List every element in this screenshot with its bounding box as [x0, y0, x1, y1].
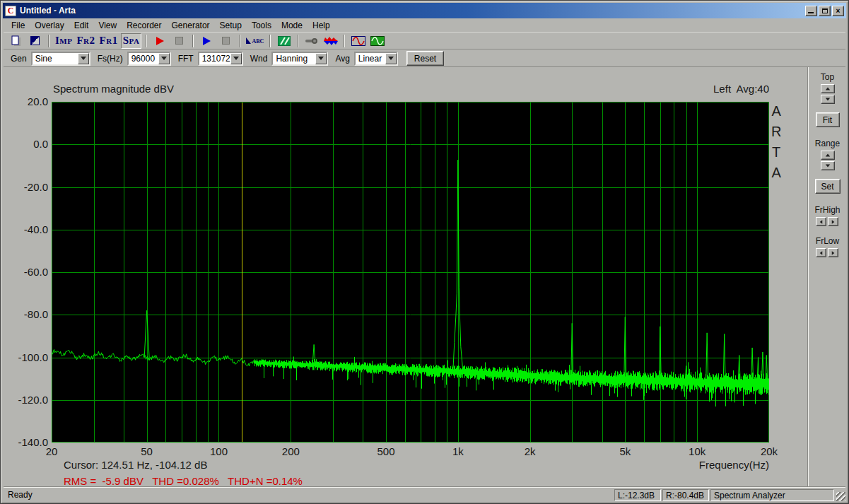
menu-mode[interactable]: Mode	[276, 19, 308, 32]
close-button[interactable]: ×	[832, 6, 844, 16]
fs-combobox[interactable]: 96000	[127, 52, 171, 66]
arta-brand-mark: A R T A	[771, 101, 781, 183]
new-file-icon	[11, 35, 22, 47]
fft-label: FFT	[178, 54, 194, 64]
resize-grip[interactable]	[836, 492, 845, 501]
wnd-dropdown-button[interactable]	[315, 53, 327, 64]
fit-button[interactable]: Fit	[816, 112, 840, 127]
gen-label: Gen	[11, 54, 27, 64]
app-logo-icon: C	[5, 6, 16, 16]
fft-combobox[interactable]: 131072	[198, 52, 243, 66]
chart-title: Spectrum magnitude dBV	[53, 83, 174, 95]
controls-bar: Gen Sine Fs(Hz) 96000 FFT 131072 Wnd Han…	[4, 50, 845, 67]
menu-recorder[interactable]: Recorder	[122, 19, 166, 32]
frequency-axis-label: Frequency(Hz)	[663, 459, 769, 471]
overlay-icon	[30, 36, 40, 45]
side-panel: Top Fit Range Set FrHigh FrLow	[807, 67, 847, 488]
y-tick-label: -60.0	[4, 266, 48, 278]
menu-view[interactable]: View	[93, 19, 122, 32]
spectrum-scaling-button[interactable]	[368, 33, 386, 49]
frlow-left-button[interactable]	[816, 248, 826, 257]
new-file-button[interactable]	[7, 33, 25, 49]
avg-dropdown-button[interactable]	[385, 53, 397, 64]
signal-generator-setup-button[interactable]	[349, 33, 367, 49]
wnd-combobox[interactable]: Hanning	[271, 52, 328, 66]
menu-generator[interactable]: Generator	[167, 19, 215, 32]
wnd-label: Wnd	[250, 54, 268, 64]
frhigh-left-button[interactable]	[816, 217, 826, 226]
spectrum-plot[interactable]	[52, 102, 769, 443]
range-up-button[interactable]	[821, 151, 835, 160]
record-stop-button[interactable]	[170, 33, 188, 49]
reset-button[interactable]: Reset	[406, 51, 444, 66]
frhigh-right-button[interactable]	[828, 217, 838, 226]
avg-combobox[interactable]: Linear	[354, 52, 398, 66]
y-tick-label: -20.0	[4, 181, 48, 193]
toolbar-separator	[344, 35, 345, 47]
microphone-button[interactable]	[303, 33, 320, 49]
fft-dropdown-button[interactable]	[230, 53, 242, 64]
top-down-button[interactable]	[821, 95, 835, 104]
frlow-right-button[interactable]	[828, 248, 838, 257]
arrow-down-icon	[825, 98, 829, 101]
spa-mode-button[interactable]: Spa	[121, 33, 142, 49]
frlow-arrows	[816, 248, 840, 257]
menu-bar: File Overlay Edit View Recorder Generato…	[4, 19, 845, 32]
app-window: C Untitled - Arta × File Overlay Edit Vi…	[0, 0, 849, 504]
x-tick-label: 50	[126, 445, 168, 457]
arrow-left-icon	[819, 251, 822, 255]
microphone-icon	[312, 38, 317, 44]
gen-combobox[interactable]: Sine	[31, 52, 90, 66]
menu-edit[interactable]: Edit	[69, 19, 94, 32]
overlay-button[interactable]	[26, 33, 44, 49]
mode-indicator: Spectrum Analyzer	[710, 489, 834, 501]
left-level-indicator: L:-12.3dB	[614, 489, 661, 501]
record-start-button[interactable]	[151, 33, 169, 49]
x-tick-label: 20	[30, 445, 73, 457]
arrow-up-icon	[825, 154, 829, 157]
y-tick-label: -100.0	[4, 351, 48, 363]
right-level-indicator: R:-80.4dB	[662, 489, 709, 501]
title-bar: C Untitled - Arta ×	[3, 3, 846, 18]
toolbar: Imp Fr2 Fr1 Spa abc	[4, 32, 845, 49]
y-tick-label: -80.0	[4, 308, 48, 320]
toolbar-separator	[239, 35, 240, 47]
x-tick-label: 20k	[748, 445, 790, 457]
signal-levels-button[interactable]	[322, 33, 339, 49]
x-tick-label: 10k	[676, 445, 718, 457]
arrow-down-icon	[825, 165, 829, 168]
fr1-mode-button[interactable]: Fr1	[98, 33, 119, 49]
overlap-button[interactable]	[275, 33, 293, 49]
menu-overlay[interactable]: Overlay	[30, 19, 69, 32]
fr2-mode-button[interactable]: Fr2	[75, 33, 96, 49]
toolbar-separator	[146, 35, 147, 47]
status-bar: Ready L:-12.3dB R:-80.4dB Spectrum Analy…	[4, 487, 845, 501]
generator-stop-icon	[222, 37, 230, 45]
record-stop-icon	[175, 37, 183, 45]
maximize-button[interactable]	[819, 6, 831, 16]
calibrate-button[interactable]: abc	[245, 33, 265, 49]
generator-stop-button[interactable]	[217, 33, 235, 49]
calibrate-abc-icon: abc	[252, 35, 264, 46]
toolbar-separator	[297, 35, 298, 47]
top-up-button[interactable]	[821, 84, 835, 93]
fs-dropdown-button[interactable]	[158, 53, 170, 64]
range-down-button[interactable]	[821, 161, 835, 170]
calibrate-flag-icon	[246, 37, 251, 44]
impulse-mode-button[interactable]: Imp	[54, 33, 74, 49]
menu-help[interactable]: Help	[308, 19, 335, 32]
imp-icon: Imp	[55, 35, 72, 46]
gen-dropdown-button[interactable]	[78, 53, 89, 64]
chart-area: Spectrum magnitude dBV Left Avg:40 A R T…	[4, 67, 807, 488]
record-play-icon	[156, 37, 164, 45]
wnd-value: Hanning	[273, 53, 315, 64]
menu-file[interactable]: File	[6, 19, 30, 32]
menu-tools[interactable]: Tools	[247, 19, 276, 32]
generator-start-button[interactable]	[198, 33, 216, 49]
arrow-left-icon	[819, 220, 822, 224]
y-tick-label: 0.0	[4, 138, 48, 150]
menu-setup[interactable]: Setup	[215, 19, 247, 32]
minimize-button[interactable]	[805, 6, 817, 16]
x-tick-label: 100	[197, 445, 240, 457]
set-button[interactable]: Set	[815, 179, 841, 194]
